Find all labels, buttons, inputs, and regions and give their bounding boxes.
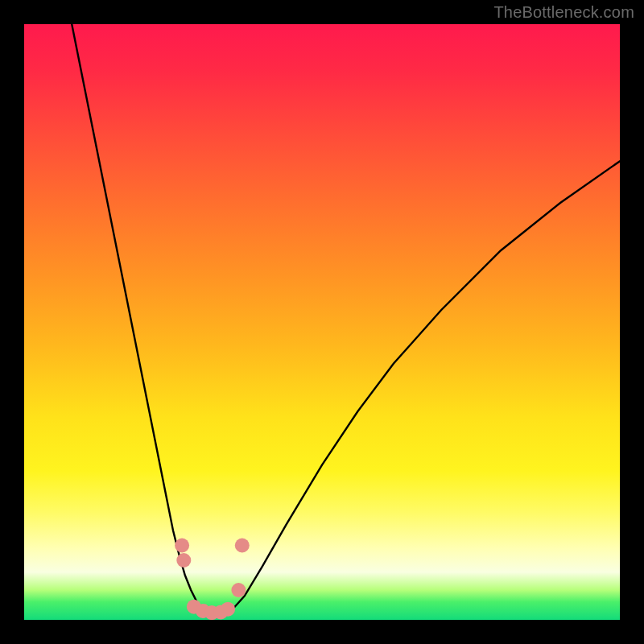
plot-area	[24, 24, 620, 620]
data-marker	[176, 553, 191, 568]
plot-svg	[24, 24, 620, 620]
watermark-text: TheBottleneck.com	[493, 3, 634, 22]
chart-frame: TheBottleneck.com	[0, 0, 644, 644]
data-marker	[235, 539, 250, 553]
data-marker	[175, 539, 189, 553]
data-marker	[231, 583, 246, 597]
bottleneck-curve	[72, 24, 620, 616]
data-marker	[221, 602, 235, 617]
